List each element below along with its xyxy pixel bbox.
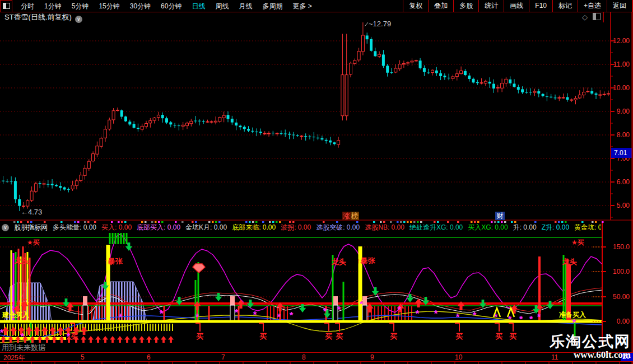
period-tab-月线[interactable]: 月线	[234, 1, 257, 12]
indicator-layer: ************************买买买买买买买买买★买★买龙头龙…	[0, 0, 632, 364]
indicator-field-波拐: 波拐: 0.00	[281, 223, 311, 232]
svg-text:*: *	[573, 318, 576, 328]
period-tab-30分钟[interactable]: 30分钟	[125, 1, 156, 12]
svg-text:买: 买	[196, 332, 203, 340]
period-tab-多周期[interactable]: 多周期	[257, 1, 287, 12]
svg-text:龙头: 龙头	[562, 258, 577, 266]
watermark: 乐淘公式网 www.60lt.com	[550, 334, 631, 360]
indicator-source: 股朋指标网	[14, 223, 48, 232]
split-screen-icon	[3, 3, 10, 9]
svg-text:←4.73: ←4.73	[21, 208, 42, 216]
future-data-note: 用到未来数据	[2, 343, 45, 353]
period-tab-分时[interactable]: 分时	[16, 1, 39, 12]
svg-text:*: *	[473, 310, 477, 321]
period-tab-1分钟[interactable]: 1分钟	[39, 1, 67, 12]
date-axis[interactable]: 2025年 20 567891011	[0, 352, 633, 362]
period-tab-60分钟[interactable]: 60分钟	[156, 1, 187, 12]
svg-text:6.00: 6.00	[617, 178, 630, 186]
svg-text:★买: ★买	[27, 239, 40, 246]
watermark-url: www.60lt.com	[550, 349, 631, 360]
app-window: 12.0011.0010.009.008.007.006.005.007.01~…	[0, 0, 633, 364]
indicator-field-买入: 买入: 0.00	[101, 223, 132, 232]
indicator-field-选股突破: 选股突破: 0.00	[316, 223, 360, 232]
action-+自选[interactable]: +自选	[578, 0, 607, 12]
candles-layer	[2, 22, 609, 211]
period-tab-周线[interactable]: 周线	[210, 1, 234, 12]
svg-text:买: 买	[71, 332, 78, 340]
svg-text:*: *	[196, 312, 199, 323]
svg-text:7.01: 7.01	[614, 149, 627, 157]
svg-text:龙头: 龙头	[14, 256, 29, 265]
chart-canvas[interactable]: 12.0011.0010.009.008.007.006.005.007.01~…	[0, 0, 633, 364]
svg-text:*: *	[529, 314, 533, 325]
action-多股[interactable]: 多股	[453, 0, 478, 12]
month-label-10: 10	[455, 353, 462, 361]
svg-text:*: *	[434, 309, 438, 319]
svg-text:*: *	[277, 312, 281, 323]
month-label-9: 9	[370, 353, 374, 361]
month-label-6: 6	[147, 353, 151, 361]
indicator-field-选股NB: 选股NB: 0.00	[365, 223, 404, 232]
svg-text:↑暴张: ↑暴张	[357, 256, 376, 265]
svg-text:买: 买	[336, 332, 343, 340]
action-画线[interactable]: 画线	[504, 0, 529, 12]
svg-text:~12.79: ~12.79	[369, 20, 391, 28]
svg-text:准备买入: 准备买入	[559, 311, 587, 319]
main-chart-layer: 12.0011.0010.009.008.007.006.005.007.01~…	[0, 12, 633, 223]
svg-text:买: 买	[455, 332, 463, 340]
action-叠加[interactable]: 叠加	[428, 0, 453, 12]
svg-text:*: *	[360, 299, 364, 310]
period-tab-5分钟[interactable]: 5分钟	[67, 1, 94, 12]
month-label-8: 8	[302, 353, 306, 361]
indicator-field-多头能量: 多头能量: 0.00	[53, 223, 96, 232]
indicator-field-底部买入: 底部买入: 0.00	[137, 223, 180, 232]
svg-text:*: *	[235, 307, 239, 318]
top-toolbar: 分时1分钟5分钟15分钟30分钟60分钟日线周线月线多周期更多 > 复权叠加多股…	[0, 0, 633, 12]
month-label-5: 5	[81, 353, 85, 361]
rank-badge-char2: 榜	[351, 212, 359, 220]
action-复权[interactable]: 复权	[403, 0, 428, 12]
svg-text:买: 买	[509, 332, 516, 340]
svg-text:*: *	[253, 310, 257, 320]
svg-text:*: *	[290, 310, 294, 321]
svg-text:150.0: 150.0	[613, 243, 630, 251]
layout-icon[interactable]	[0, 0, 12, 12]
svg-text:*: *	[398, 305, 402, 315]
svg-text:*: *	[416, 309, 420, 319]
rank-list-badge[interactable]: 涨榜	[342, 212, 359, 220]
action-标记[interactable]: 标记	[552, 0, 578, 12]
toolbar-actions: 复权叠加多股统计画线F10标记+自选返回	[403, 0, 633, 12]
indicator-field-买入XG: 买入XG: 0.00	[468, 223, 508, 232]
action-返回[interactable]: 返回	[607, 0, 633, 12]
svg-text:↑暴张: ↑暴张	[104, 257, 123, 265]
svg-text:*: *	[119, 312, 123, 323]
svg-text:买: 买	[390, 332, 397, 340]
svg-text:10.00: 10.00	[613, 84, 630, 92]
svg-text:*: *	[537, 312, 541, 323]
svg-text:建仓买入: 建仓买入	[2, 311, 30, 319]
window-icons: ◇	[582, 13, 601, 21]
period-tab-15分钟[interactable]: 15分钟	[94, 1, 124, 12]
action-统计[interactable]: 统计	[478, 0, 504, 12]
chevron-down-icon[interactable]: ∨	[75, 16, 82, 23]
indicator-field-底部来临: 底部来临: 0.00	[232, 223, 276, 232]
period-tab-日线[interactable]: 日线	[187, 1, 210, 12]
svg-text:*: *	[160, 309, 164, 319]
rank-badge-char1: 涨	[342, 212, 351, 220]
svg-text:50.00: 50.00	[613, 293, 630, 301]
svg-text:11.00: 11.00	[613, 60, 630, 68]
svg-text:买: 买	[495, 332, 502, 340]
indicator-field-金坑K月: 金坑K月: 0.00	[185, 223, 227, 232]
svg-text:12.00: 12.00	[613, 37, 630, 45]
svg-text:*: *	[519, 314, 523, 325]
svg-text:9.00: 9.00	[617, 108, 630, 115]
svg-text:*: *	[0, 328, 4, 338]
diamond-icon[interactable]: ◇	[582, 13, 588, 21]
split-window-icon[interactable]	[593, 13, 601, 20]
collapse-icon[interactable]: ∨	[2, 224, 9, 231]
finance-badge[interactable]: 财	[495, 212, 505, 220]
svg-text:*: *	[21, 332, 25, 342]
action-F10[interactable]: F10	[529, 0, 552, 12]
period-tab-更多 >[interactable]: 更多 >	[287, 1, 316, 12]
svg-text:*: *	[337, 305, 341, 315]
